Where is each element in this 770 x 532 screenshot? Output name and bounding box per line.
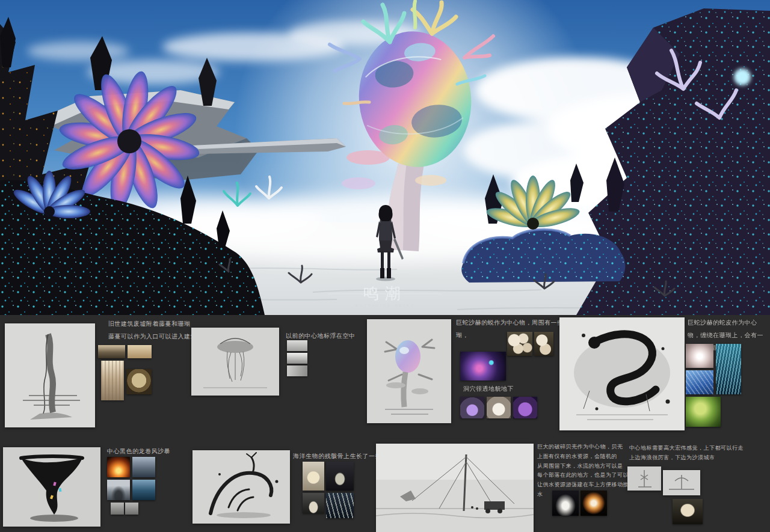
sketch-ruins [5,323,95,427]
geode-photo-3 [513,397,537,418]
green-snake-photo [686,397,721,427]
floating-ref-1 [287,340,307,351]
bone-arch-photo [303,493,324,513]
sketch-tall-landmark-2 [663,470,700,495]
whale-skeleton-photo [326,493,354,518]
sketch-floating-landmark [191,328,279,396]
mushroom-shell-photo [673,499,703,524]
sand-dune-photo [128,345,152,358]
snake-eggs-photo-2 [534,332,553,356]
cyan-light-spot [734,69,751,85]
panel-caption-tall-landmark: 中心地标需要高大宏伟感觉，上下都可以行走 上边海浪很厉害，下边为沙漠城市 [629,444,762,463]
game-subtitle-text: WUTHERING WAVES [355,304,415,307]
small-ref-1 [111,503,124,515]
sketch-snake-skin [559,317,685,430]
hero-key-art: 鸣潮 WUTHERING WAVES [0,0,770,315]
coral-texture-photo [101,361,124,400]
sketch-snake-molt [367,319,451,423]
panel-caption-tornado: 中心黑色的龙卷风沙暴 [107,445,185,457]
sea-storm-photo [132,480,155,500]
white-shell-photo [552,491,579,516]
storm-cloud-photo [132,457,155,477]
blue-scale-photo [686,370,713,394]
sketch-tall-landmark-1 [627,466,661,491]
panel-caption-cave: 洞穴很透地貌地下 [463,382,559,395]
tornado-photo [107,480,130,500]
game-title-text: 鸣潮 [363,284,407,302]
sketch-broken-shell [376,444,534,532]
floating-ref-3 [287,365,307,376]
snake-eggs-photo-1 [507,332,532,356]
blue-feather-photo [716,344,741,394]
sketch-skeleton-coral [192,450,290,524]
glow-cave-photo [460,352,506,381]
small-ref-2 [125,503,138,515]
concept-art-board: { "board": { "hero": { "title": "鸣潮", "s… [0,0,770,532]
floating-ref-2 [287,353,307,364]
white-rose-photo [686,344,713,368]
rock-ruin-photo [98,345,125,358]
geode-photo-2 [487,397,511,418]
geode-photo-1 [460,397,484,418]
spiky-shell-photo [581,491,607,516]
turtle-shell-photo [126,369,152,394]
explosion-photo [107,457,130,477]
coral-branch-photo [303,462,324,491]
sketch-tornado [3,447,100,527]
sea-creature-photo [326,462,354,491]
